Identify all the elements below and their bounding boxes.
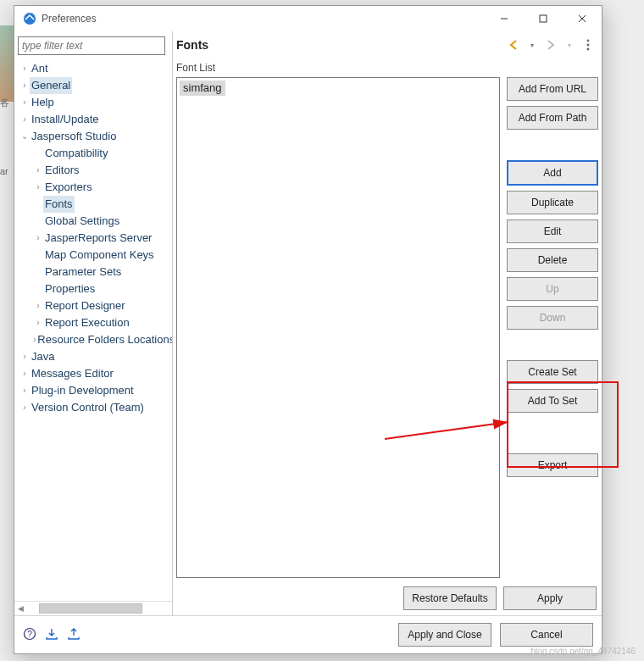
chevron-right-icon[interactable]: › (33, 298, 43, 314)
tree-item-label: Messages Editor (30, 365, 115, 382)
tree-item-label: Version Control (Team) (30, 399, 146, 416)
chevron-right-icon[interactable]: › (19, 383, 30, 398)
watermark: blog.csdn.net/qq_44742146 (531, 647, 636, 656)
tree-item[interactable]: ›Help (14, 94, 172, 111)
maximize-button[interactable] (524, 6, 563, 31)
svg-point-6 (587, 44, 590, 47)
chevron-right-icon[interactable]: › (19, 349, 30, 364)
svg-rect-2 (540, 15, 547, 22)
add-button[interactable]: Add (507, 160, 598, 186)
chevron-right-icon[interactable]: › (33, 315, 43, 330)
tree-item[interactable]: ›Java (14, 348, 172, 365)
add-from-url-button[interactable]: Add From URL (507, 77, 598, 101)
cancel-button[interactable]: Cancel (500, 623, 593, 647)
restore-defaults-button[interactable]: Restore Defaults (403, 586, 497, 610)
duplicate-button[interactable]: Duplicate (507, 191, 598, 214)
font-button-column: Add From URL Add From Path Add Duplicate… (500, 77, 598, 578)
tree-item[interactable]: ›Version Control (Team) (14, 399, 172, 416)
tree-item-label: Java (30, 348, 56, 365)
bg-letter: 各 (0, 97, 9, 109)
bg-letter: ar (0, 166, 8, 176)
tree-item[interactable]: ›Report Execution (14, 314, 172, 331)
page-title: Fonts (176, 38, 502, 52)
chevron-right-icon[interactable]: › (33, 163, 43, 178)
tree-item[interactable]: Fonts (14, 196, 172, 213)
tree-item[interactable]: ›Plug-in Development (14, 382, 172, 399)
tree-item[interactable]: ›Report Designer (14, 297, 172, 314)
tree-item[interactable]: Parameter Sets (14, 264, 172, 281)
tree-item-label: Fonts (43, 196, 75, 213)
view-menu-icon[interactable] (581, 38, 595, 52)
tree-item-label: General (30, 77, 72, 94)
scroll-left-icon[interactable]: ◀ (18, 604, 24, 613)
minimize-button[interactable] (485, 6, 524, 31)
tree-item[interactable]: ›Install/Update (14, 111, 172, 128)
tree-item-label: Properties (43, 281, 97, 297)
preferences-tree[interactable]: ›Ant›General›Help›Install/Update⌄Jaspers… (14, 58, 172, 601)
tree-item-label: Report Execution (43, 314, 131, 331)
svg-point-5 (587, 40, 590, 42)
svg-text:?: ? (27, 630, 32, 639)
close-button[interactable] (563, 6, 602, 31)
horizontal-scrollbar[interactable]: ◀ (14, 601, 172, 615)
chevron-right-icon[interactable]: › (19, 112, 30, 127)
tree-item-label: Map Component Keys (43, 247, 156, 264)
tree-item[interactable]: ›Resource Folders Locations (14, 331, 172, 348)
dialog-footer: ? Apply and Close Cancel (14, 615, 602, 653)
tree-item[interactable]: Properties (14, 281, 172, 297)
tree-item-label: Ant (30, 60, 50, 77)
scrollbar-thumb[interactable] (39, 603, 142, 614)
chevron-right-icon[interactable]: › (33, 180, 43, 195)
export-button[interactable]: Export (507, 453, 598, 477)
tree-item[interactable]: ›Editors (14, 162, 172, 179)
create-set-button[interactable]: Create Set (507, 360, 598, 384)
tree-item[interactable]: ›JasperReports Server (14, 230, 172, 247)
tree-item[interactable]: ›Messages Editor (14, 365, 172, 382)
tree-item[interactable]: Map Component Keys (14, 247, 172, 264)
apply-button[interactable]: Apply (503, 586, 597, 610)
edit-button[interactable]: Edit (507, 219, 598, 243)
chevron-right-icon[interactable]: › (19, 61, 30, 76)
delete-button[interactable]: Delete (507, 248, 598, 272)
chevron-right-icon[interactable]: › (19, 366, 30, 381)
tree-item[interactable]: ›Exporters (14, 179, 172, 196)
tree-item-label: Editors (43, 162, 80, 179)
tree-item-label: Global Settings (43, 213, 121, 230)
tree-item-label: Install/Update (30, 111, 101, 128)
back-menu-icon[interactable]: ▾ (525, 38, 539, 52)
add-to-set-button[interactable]: Add To Set (507, 389, 598, 413)
chevron-right-icon[interactable]: › (19, 400, 30, 415)
tree-item-label: Plug-in Development (30, 382, 136, 399)
tree-item[interactable]: Compatibility (14, 145, 172, 162)
help-icon[interactable]: ? (23, 627, 36, 643)
down-button[interactable]: Down (507, 306, 598, 330)
chevron-right-icon[interactable]: › (33, 231, 43, 246)
titlebar: Preferences (14, 6, 602, 31)
font-list-item[interactable]: simfang (180, 81, 225, 96)
chevron-down-icon[interactable]: ⌄ (19, 129, 30, 144)
back-icon[interactable] (507, 38, 520, 52)
add-from-path-button[interactable]: Add From Path (507, 106, 598, 130)
window-title: Preferences (42, 13, 485, 25)
tree-item-label: Help (30, 94, 56, 111)
font-list[interactable]: simfang (176, 77, 500, 578)
tree-item-label: Resource Folders Locations (36, 331, 172, 348)
apply-and-close-button[interactable]: Apply and Close (398, 623, 491, 647)
chevron-right-icon[interactable]: › (19, 78, 30, 93)
up-button[interactable]: Up (507, 277, 598, 301)
forward-menu-icon[interactable]: ▾ (563, 38, 576, 52)
tree-item-label: Report Designer (43, 297, 127, 314)
filter-input[interactable] (18, 36, 165, 55)
content-panel: Fonts ▾ ▾ Font List simfang Add From URL (173, 31, 602, 615)
export-icon[interactable] (67, 627, 80, 643)
chevron-right-icon[interactable]: › (19, 95, 30, 110)
import-icon[interactable] (45, 627, 58, 643)
tree-item-label: Parameter Sets (43, 264, 123, 281)
tree-item[interactable]: ›General (14, 77, 172, 94)
tree-item[interactable]: ›Ant (14, 60, 172, 77)
forward-icon[interactable] (544, 38, 558, 52)
svg-point-7 (587, 48, 590, 51)
tree-item-label: Jaspersoft Studio (30, 128, 118, 145)
tree-item[interactable]: Global Settings (14, 213, 172, 230)
tree-item[interactable]: ⌄Jaspersoft Studio (14, 128, 172, 145)
